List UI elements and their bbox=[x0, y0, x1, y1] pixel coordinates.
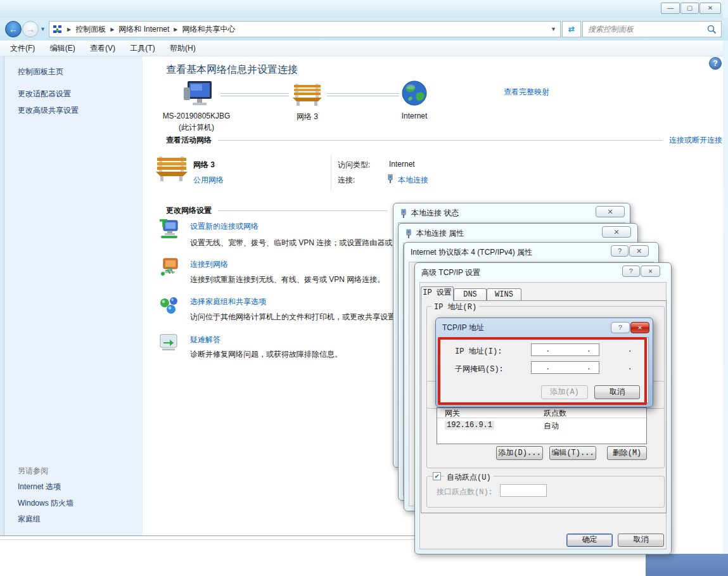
close-icon: ✕ bbox=[636, 247, 642, 255]
network-bench-icon[interactable] bbox=[293, 82, 322, 106]
connect-to-network-icon bbox=[158, 257, 181, 278]
map-link-line bbox=[220, 93, 289, 96]
breadcrumb[interactable]: ▶ 控制面板 ▶ 网络和 Internet ▶ 网络和共享中心 ▼ bbox=[49, 21, 561, 37]
window-left-border bbox=[0, 56, 4, 535]
menu-view[interactable]: 查看(V) bbox=[84, 41, 122, 56]
tab-dns[interactable]: DNS bbox=[454, 288, 487, 301]
close-button[interactable]: ✕ bbox=[630, 322, 649, 333]
page-title: 查看基本网络信息并设置连接 bbox=[166, 63, 298, 77]
close-button[interactable]: ✕ bbox=[602, 226, 631, 238]
ok-button[interactable]: 确定 bbox=[566, 534, 613, 547]
help-button[interactable]: ? bbox=[611, 245, 629, 257]
window-titlebar bbox=[0, 0, 728, 18]
breadcrumb-item-control-panel[interactable]: 控制面板 bbox=[75, 24, 106, 35]
task-setup-new-connection[interactable]: 设置新的连接或网络 bbox=[190, 221, 259, 232]
active-network-bench-icon bbox=[156, 154, 188, 183]
help-icon: ? bbox=[713, 59, 717, 68]
sidebar-item-change-advanced-sharing[interactable]: 更改高级共享设置 bbox=[18, 105, 79, 116]
cancel-button[interactable]: 取消 bbox=[618, 534, 664, 547]
task-connect-to-network-desc: 连接到或重新连接到无线、有线、拨号或 VPN 网络连接。 bbox=[190, 274, 398, 285]
minimize-icon: — bbox=[667, 4, 674, 11]
minimize-button[interactable]: — bbox=[661, 3, 680, 14]
menu-file[interactable]: 文件(F) bbox=[4, 41, 41, 56]
forward-button[interactable]: → bbox=[22, 21, 39, 37]
tab-ip-settings[interactable]: IP 设置 bbox=[421, 286, 454, 301]
change-settings-header-label: 更改网络设置 bbox=[166, 205, 212, 216]
search-box bbox=[582, 21, 722, 37]
sidebar-item-internet-options[interactable]: Internet 选项 bbox=[18, 482, 61, 492]
desktop-background bbox=[646, 554, 728, 576]
gateway-value: 192.16.9.1 bbox=[445, 421, 494, 430]
local-connection-link[interactable]: 本地连接 bbox=[398, 175, 428, 186]
menu-edit[interactable]: 编辑(E) bbox=[44, 41, 82, 56]
close-icon: ✕ bbox=[638, 324, 642, 331]
homegroup-sharing-icon bbox=[158, 295, 181, 316]
close-button[interactable]: ✕ bbox=[629, 245, 649, 257]
see-full-map-link[interactable]: 查看完整映射 bbox=[504, 87, 549, 98]
network-type-link[interactable]: 公用网络 bbox=[193, 175, 224, 186]
task-connect-to-network[interactable]: 连接到网络 bbox=[190, 259, 228, 270]
back-button[interactable]: ← bbox=[5, 21, 22, 37]
gateway-row-metric: 自动 bbox=[544, 421, 559, 432]
close-button[interactable]: ✕ bbox=[699, 3, 721, 14]
dialog-title: TCP/IP 地址 bbox=[442, 323, 484, 333]
window-bottom-edge bbox=[0, 535, 417, 536]
breadcrumb-item-network-sharing-center[interactable]: 网络和共享中心 bbox=[182, 24, 236, 35]
recent-pages-dropdown[interactable]: ▼ bbox=[40, 26, 46, 32]
map-computer-sub: (此计算机) bbox=[152, 122, 241, 133]
gateway-table: 网关 跃点数 192.16.9.1 自动 bbox=[437, 407, 647, 444]
sidebar-item-change-adapter-settings[interactable]: 更改适配器设置 bbox=[18, 89, 71, 99]
help-button[interactable]: ? bbox=[709, 57, 722, 70]
help-button[interactable]: ? bbox=[611, 322, 630, 333]
computer-icon[interactable] bbox=[181, 80, 214, 109]
connect-disconnect-link[interactable]: 连接或断开连接 bbox=[669, 135, 722, 146]
search-input[interactable] bbox=[583, 25, 707, 34]
connection-icon bbox=[405, 229, 412, 238]
map-network-label: 网络 3 bbox=[285, 112, 329, 122]
menu-help[interactable]: 帮助(H) bbox=[163, 41, 202, 56]
help-icon: ? bbox=[629, 267, 634, 275]
ip-address-group-label: IP 地址(R) bbox=[431, 302, 479, 312]
task-setup-new-connection-desc: 设置无线、宽带、拨号、临时或 VPN 连接；或设置路由器或访问 bbox=[190, 238, 398, 248]
section-rule bbox=[218, 140, 663, 141]
network-location-icon bbox=[53, 25, 63, 34]
see-also-header: 另请参阅 bbox=[18, 466, 48, 477]
task-troubleshoot-desc: 诊断并修复网络问题，或获得故障排除信息。 bbox=[190, 349, 398, 360]
gateway-row-address[interactable]: 192.16.9.1 bbox=[445, 421, 494, 430]
metric-col-header: 跃点数 bbox=[544, 408, 566, 419]
task-troubleshoot[interactable]: 疑难解答 bbox=[190, 335, 220, 345]
breadcrumb-item-network-internet[interactable]: 网络和 Internet bbox=[118, 24, 169, 35]
close-icon: ✕ bbox=[708, 4, 713, 11]
refresh-button[interactable]: ⇄ bbox=[562, 21, 581, 37]
close-button[interactable]: ✕ bbox=[596, 206, 625, 217]
internet-globe-icon[interactable] bbox=[402, 80, 427, 106]
active-network-name: 网络 3 bbox=[193, 160, 215, 170]
help-button[interactable]: ? bbox=[622, 266, 640, 277]
close-button[interactable]: ✕ bbox=[641, 266, 660, 277]
menu-tools[interactable]: 工具(T) bbox=[124, 41, 161, 56]
sidebar-item-homegroup[interactable]: 家庭组 bbox=[18, 514, 41, 525]
delete-gateway-button[interactable]: 删除(M) bbox=[607, 446, 647, 460]
sidebar-item-windows-firewall[interactable]: Windows 防火墙 bbox=[18, 498, 73, 509]
checkmark-icon: ✔ bbox=[435, 473, 439, 480]
breadcrumb-arrow-icon: ▶ bbox=[106, 27, 118, 32]
map-link-line bbox=[327, 93, 399, 96]
interface-metric-input[interactable] bbox=[500, 484, 547, 497]
sidebar-item-control-panel-home[interactable]: 控制面板主页 bbox=[18, 67, 63, 77]
task-choose-homegroup[interactable]: 选择家庭组和共享选项 bbox=[190, 297, 266, 307]
address-dropdown-icon[interactable]: ▼ bbox=[551, 26, 556, 32]
auto-metric-checkbox[interactable]: ✔ bbox=[433, 472, 441, 480]
maximize-icon: ▢ bbox=[687, 4, 693, 11]
active-networks-section-header: 查看活动网络 连接或断开连接 bbox=[166, 135, 722, 146]
window-bottom-edge bbox=[0, 539, 417, 540]
connection-icon bbox=[386, 174, 394, 183]
connections-label: 连接: bbox=[338, 175, 355, 186]
tab-wins[interactable]: WINS bbox=[487, 288, 521, 301]
maximize-button[interactable]: ▢ bbox=[680, 3, 699, 14]
auto-metric-label: 自动跃点(U) bbox=[444, 472, 494, 483]
edit-gateway-button[interactable]: 编辑(T)... bbox=[549, 446, 596, 460]
breadcrumb-arrow-icon: ▶ bbox=[63, 27, 75, 32]
chevron-down-icon: ▼ bbox=[40, 26, 46, 32]
troubleshoot-icon bbox=[160, 334, 179, 352]
add-gateway-button[interactable]: 添加(D)... bbox=[496, 446, 543, 460]
